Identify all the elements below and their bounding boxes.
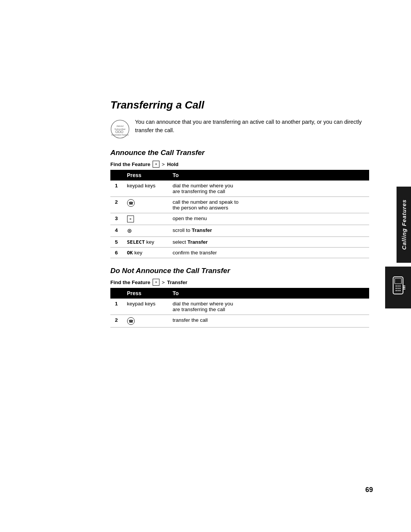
table-row: 1 keypad keys dial the number where youa…: [110, 299, 369, 315]
table-row: 1 keypad keys dial the number where youa…: [110, 181, 369, 197]
row-s2-1-to: dial the number where youare transferrin…: [168, 299, 369, 315]
row4-press: ⊛: [123, 225, 168, 237]
find-feature-row-2: Find the Feature ≡ > Transfer: [110, 279, 369, 286]
table-row: 2 ☎ transfer the call: [110, 315, 369, 328]
row3-to: open the menu: [168, 213, 369, 225]
table-row: 6 OK key confirm the transfer: [110, 248, 369, 258]
logo-icon: Admin/ Subscriber Dependent Feature: [110, 118, 130, 140]
table-2: Press To 1 keypad keys dial the number w…: [110, 288, 369, 328]
transfer-item: Transfer: [167, 280, 187, 285]
svg-point-9: [396, 286, 397, 287]
table-row: 5 SELECT key select Transfer: [110, 237, 369, 248]
svg-point-12: [396, 288, 397, 289]
table2-header-press: Press: [123, 288, 168, 299]
page-title: Transferring a Call: [110, 99, 369, 111]
find-feature-row-1: Find the Feature ≡ > Hold: [110, 161, 369, 168]
sidebar-label: Calling Features: [401, 200, 407, 250]
row3-num: 3: [110, 213, 123, 225]
table1-header-to: To: [168, 170, 369, 181]
svg-text:Subscriber: Subscriber: [115, 128, 126, 130]
hold-item: Hold: [167, 161, 178, 167]
row-s2-2-num: 2: [110, 315, 123, 328]
send-icon-2: ☎: [127, 317, 135, 325]
arrow-2: >: [162, 280, 165, 285]
table2-header-to: To: [168, 288, 369, 299]
row2-num: 2: [110, 197, 123, 213]
svg-text:Dependent Feature: Dependent Feature: [112, 134, 129, 136]
svg-point-17: [400, 290, 401, 291]
svg-point-13: [398, 288, 399, 289]
table1-header-row: Press To: [110, 170, 369, 181]
table2-header-row: Press To: [110, 288, 369, 299]
table1-header-press: Press: [123, 170, 168, 181]
row3-press: ≡: [123, 213, 168, 225]
row1-press: keypad keys: [123, 181, 168, 197]
row5-num: 5: [110, 237, 123, 248]
table2-body: 1 keypad keys dial the number where youa…: [110, 299, 369, 328]
phone-icon-sidebar: [385, 267, 411, 308]
intro-block: Admin/ Subscriber Dependent Feature You …: [110, 118, 369, 140]
content-area: Transferring a Call Admin/ Subscriber De…: [110, 99, 369, 336]
intro-text: You can announce that you are transferri…: [135, 118, 369, 135]
row6-press: OK key: [123, 248, 168, 258]
svg-rect-4: [118, 131, 120, 133]
row1-num: 1: [110, 181, 123, 197]
row-s2-2-press: ☎: [123, 315, 168, 328]
find-feature-label-2: Find the Feature: [110, 280, 150, 285]
svg-rect-5: [121, 131, 123, 133]
svg-point-14: [400, 288, 401, 289]
send-icon-1: ☎: [127, 199, 135, 207]
section1: Announce the Call Transfer Find the Feat…: [110, 149, 369, 258]
row1-to: dial the number where youare transferrin…: [168, 181, 369, 197]
menu-icon-3: ≡: [153, 279, 159, 286]
section2: Do Not Announce the Call Transfer Find t…: [110, 267, 369, 328]
row-s2-1-press: keypad keys: [123, 299, 168, 315]
svg-point-10: [398, 286, 399, 287]
row-s2-1-num: 1: [110, 299, 123, 315]
table-row: 4 ⊛ scroll to Transfer: [110, 225, 369, 237]
scroll-icon-1: ⊛: [127, 227, 132, 234]
svg-rect-8: [395, 278, 401, 284]
table1-body: 1 keypad keys dial the number where youa…: [110, 181, 369, 258]
table-row: 2 ☎ call the number and speak tothe pers…: [110, 197, 369, 213]
menu-icon-1: ≡: [153, 161, 159, 168]
row6-to: confirm the transfer: [168, 248, 369, 258]
row4-num: 4: [110, 225, 123, 237]
menu-icon-2: ≡: [127, 216, 134, 222]
svg-rect-3: [116, 131, 118, 133]
row5-press: SELECT key: [123, 237, 168, 248]
svg-text:Admin/: Admin/: [116, 125, 124, 127]
sidebar-tab: Calling Features: [397, 187, 411, 263]
section2-heading: Do Not Announce the Call Transfer: [110, 267, 369, 275]
phone-svg-icon: [390, 276, 406, 299]
page: Transferring a Call Admin/ Subscriber De…: [0, 0, 411, 532]
row2-press: ☎: [123, 197, 168, 213]
svg-point-11: [400, 286, 401, 287]
find-feature-label-1: Find the Feature: [110, 161, 150, 167]
row5-to: select Transfer: [168, 237, 369, 248]
svg-point-15: [396, 290, 397, 291]
page-number: 69: [365, 486, 373, 494]
section1-heading: Announce the Call Transfer: [110, 149, 369, 157]
row-s2-2-to: transfer the call: [168, 315, 369, 328]
svg-point-16: [398, 290, 399, 291]
row2-to: call the number and speak tothe person w…: [168, 197, 369, 213]
row4-to: scroll to Transfer: [168, 225, 369, 237]
table-1: Press To 1 keypad keys dial the number w…: [110, 170, 369, 258]
table1-header-num: [110, 170, 123, 181]
arrow-1: >: [162, 161, 165, 167]
row6-num: 6: [110, 248, 123, 258]
table2-header-num: [110, 288, 123, 299]
table-row: 3 ≡ open the menu: [110, 213, 369, 225]
